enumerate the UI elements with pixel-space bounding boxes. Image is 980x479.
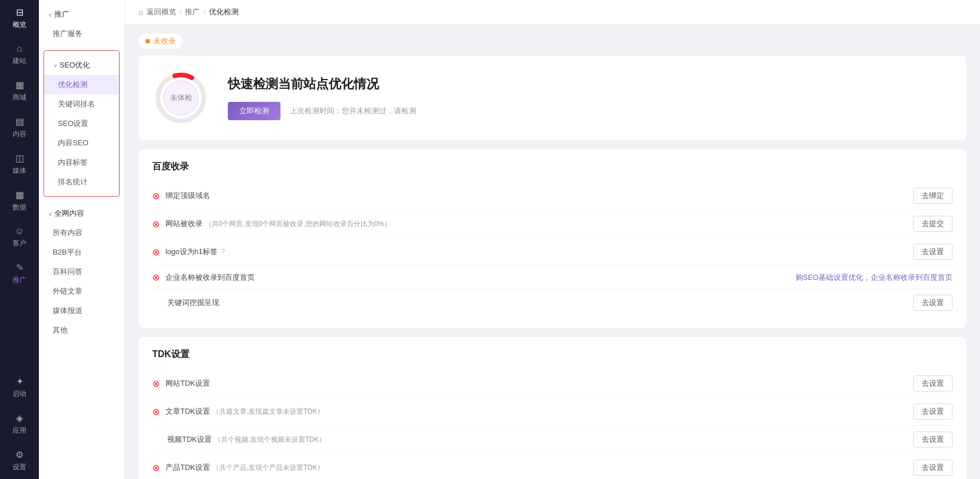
nav-item-launch[interactable]: ✦ 启动	[0, 369, 39, 406]
error-icon-bind-domain: ⊗	[152, 191, 160, 201]
sidebar-item-seo-settings[interactable]: SEO设置	[44, 114, 119, 133]
sidebar-header-promote[interactable]: ∨ 推广	[39, 5, 124, 24]
sidebar-item-optimize-check[interactable]: 优化检测	[44, 75, 119, 94]
sidebar-header-all-content[interactable]: ∨ 全网内容	[39, 204, 124, 223]
status-badge: 未收录	[139, 34, 183, 49]
breadcrumb-current: 优化检测	[209, 7, 239, 17]
nav-item-customer[interactable]: ☺ 客户	[0, 219, 39, 255]
build-icon: ⌂	[17, 43, 22, 54]
nav-item-app[interactable]: ◈ 应用	[0, 406, 39, 442]
sidebar-seo-section-box: ∨ SEO优化 优化检测 关键词排名 SEO设置 内容SEO 内容标签 排名统计	[44, 50, 120, 197]
breadcrumb-home-link[interactable]: 返回概览	[147, 7, 176, 17]
nav-item-settings[interactable]: ⚙ 设置	[0, 442, 39, 479]
sidebar-item-b2b[interactable]: B2B平台	[39, 243, 124, 262]
check-item-site-tdk: ⊗ 网站TDK设置 去设置	[152, 370, 953, 398]
media-icon: ◫	[15, 153, 24, 164]
sidebar: ∨ 推广 推广服务 ∨ SEO优化 优化检测 关键词排名 SEO设置 内容SEO	[39, 0, 125, 479]
error-icon-article-tdk: ⊗	[152, 406, 160, 417]
nav-item-media[interactable]: ◫ 媒体	[0, 146, 39, 183]
nav-item-overview[interactable]: ⊟ 概览	[0, 0, 39, 37]
btn-product-tdk[interactable]: 去设置	[913, 460, 953, 476]
content-icon: ▤	[15, 116, 24, 127]
btn-site-indexed[interactable]: 去提交	[913, 216, 953, 232]
sidebar-section-all-content: ∨ 全网内容 所有内容 B2B平台 百科问答 外链文章 媒体报道 其他	[39, 199, 124, 345]
help-icon-logo-h1[interactable]: ?	[221, 247, 225, 256]
sidebar-item-other[interactable]: 其他	[39, 320, 124, 340]
nav-label-build: 建站	[13, 56, 26, 66]
sidebar-item-media-report[interactable]: 媒体报道	[39, 301, 124, 320]
check-item-logo-h1: ⊗ logo设为h1标签 ? 去设置	[152, 238, 953, 266]
sidebar-all-content-label: 全网内容	[54, 208, 84, 219]
check-item-article-tdk: ⊗ 文章TDK设置 （共篇文章,发现篇文章未设置TDK） 去设置	[152, 398, 953, 426]
nav-item-shop[interactable]: ▦ 商城	[0, 73, 39, 109]
gauge-circle: 未体检	[152, 69, 210, 126]
btn-site-tdk[interactable]: 去设置	[913, 375, 953, 391]
breadcrumb-promote-link[interactable]: 推广	[185, 7, 200, 17]
nav-item-build[interactable]: ⌂ 建站	[0, 37, 39, 73]
nav-label-promote: 推广	[13, 275, 26, 285]
breadcrumb-sep1: /	[180, 8, 182, 17]
nav-label-customer: 客户	[13, 239, 26, 248]
nav-item-data[interactable]: ▦ 数据	[0, 183, 39, 219]
video-tdk-sublabel: （共个视频,发现个视频未设置TDK）	[214, 436, 326, 444]
check-label-logo-h1: logo设为h1标签 ?	[165, 247, 907, 257]
check-label-article-tdk: 文章TDK设置 （共篇文章,发现篇文章未设置TDK）	[165, 406, 907, 417]
nav-bottom-group: ✦ 启动 ◈ 应用 ⚙ 设置	[0, 369, 39, 479]
check-item-company-indexed: ⊗ 企业名称被收录到百度首页 购SEO基础设置优化，企业名称收录到百度首页	[152, 266, 953, 289]
error-icon-product-tdk: ⊗	[152, 462, 160, 473]
sidebar-section-seo: ∨ SEO优化 优化检测 关键词排名 SEO设置 内容SEO 内容标签 排名统计	[44, 51, 119, 196]
detection-actions: 立即检测 上次检测时间：您并未检测过，请检测	[228, 102, 416, 120]
baidu-section-title: 百度收录	[152, 161, 953, 173]
nav-label-media: 媒体	[13, 166, 26, 176]
baidu-section-card: 百度收录 ⊗ 绑定顶级域名 去绑定 ⊗ 网站被收录 （共0个网页,发现0个网页被…	[139, 149, 966, 328]
main-content: ⌂ 返回概览 / 推广 / 优化检测 未收录 未体检	[125, 0, 980, 479]
sidebar-item-all-content[interactable]: 所有内容	[39, 223, 124, 243]
btn-logo-h1[interactable]: 去设置	[913, 244, 953, 260]
sidebar-item-external-article[interactable]: 外链文章	[39, 282, 124, 301]
status-dot-icon	[145, 39, 150, 43]
btn-article-tdk[interactable]: 去设置	[913, 403, 953, 419]
check-label-product-tdk: 产品TDK设置 （共个产品,发现个产品未设置TDK）	[165, 462, 907, 473]
sidebar-item-promote-service[interactable]: 推广服务	[39, 24, 124, 43]
link-company-indexed[interactable]: 购SEO基础设置优化，企业名称收录到百度首页	[796, 272, 953, 283]
nav-item-content[interactable]: ▤ 内容	[0, 109, 39, 146]
error-icon-logo-h1: ⊗	[152, 247, 160, 258]
home-icon: ⌂	[139, 8, 143, 17]
btn-video-tdk[interactable]: 去设置	[913, 432, 953, 448]
check-label-site-indexed: 网站被收录 （共0个网页,发现0个网页被收录,您的网站收录百分比为0%）	[165, 219, 907, 229]
sidebar-seo-label: SEO优化	[60, 60, 90, 70]
check-item-video-tdk: 视频TDK设置 （共个视频,发现个视频未设置TDK） 去设置	[152, 426, 953, 454]
nav-item-promote[interactable]: ✎ 推广	[0, 255, 39, 292]
check-item-keyword-mining: 关键词挖掘呈现 去设置	[152, 289, 953, 316]
overview-icon: ⊟	[16, 7, 23, 18]
detection-info: 快速检测当前站点优化情况 立即检测 上次检测时间：您并未检测过，请检测	[228, 76, 416, 120]
article-tdk-sublabel: （共篇文章,发现篇文章未设置TDK）	[212, 407, 324, 415]
sidebar-header-seo[interactable]: ∨ SEO优化	[44, 56, 119, 75]
sidebar-promote-label: 推广	[54, 9, 69, 19]
nav-bar: ⊟ 概览 ⌂ 建站 ▦ 商城 ▤ 内容 ◫ 媒体 ▦ 数据 ☺ 客户 ✎ 推广 …	[0, 0, 39, 479]
tdk-section-card: TDK设置 ⊗ 网站TDK设置 去设置 ⊗ 文章TDK设置 （共篇文章,发现篇文…	[139, 337, 966, 479]
check-label-keyword-mining: 关键词挖掘呈现	[167, 298, 907, 308]
check-item-product-tdk: ⊗ 产品TDK设置 （共个产品,发现个产品未设置TDK） 去设置	[152, 454, 953, 479]
sidebar-item-content-tag[interactable]: 内容标签	[44, 153, 119, 172]
check-label-video-tdk: 视频TDK设置 （共个视频,发现个视频未设置TDK）	[167, 434, 907, 445]
detect-button[interactable]: 立即检测	[228, 102, 280, 120]
error-icon-company-indexed: ⊗	[152, 272, 160, 283]
chevron-seo-icon: ∨	[53, 62, 57, 69]
settings-icon: ⚙	[15, 449, 23, 460]
sidebar-item-rank-stats[interactable]: 排名统计	[44, 172, 119, 192]
sidebar-item-baike[interactable]: 百科问答	[39, 262, 124, 282]
launch-icon: ✦	[16, 376, 23, 387]
product-tdk-sublabel: （共个产品,发现个产品未设置TDK）	[212, 464, 324, 472]
check-label-company-indexed: 企业名称被收录到百度首页	[165, 272, 790, 283]
sidebar-item-keyword-rank[interactable]: 关键词排名	[44, 94, 119, 114]
sidebar-item-content-seo[interactable]: 内容SEO	[44, 133, 119, 153]
nav-label-data: 数据	[13, 203, 26, 212]
check-item-bind-domain: ⊗ 绑定顶级域名 去绑定	[152, 182, 953, 210]
btn-bind-domain[interactable]: 去绑定	[913, 188, 953, 204]
error-icon-site-indexed: ⊗	[152, 219, 160, 229]
detection-card: 未体检 快速检测当前站点优化情况 立即检测 上次检测时间：您并未检测过，请检测	[139, 56, 966, 140]
btn-keyword-mining[interactable]: 去设置	[913, 295, 953, 311]
breadcrumb-sep2: /	[203, 8, 206, 17]
svg-text:未体检: 未体检	[170, 93, 192, 102]
